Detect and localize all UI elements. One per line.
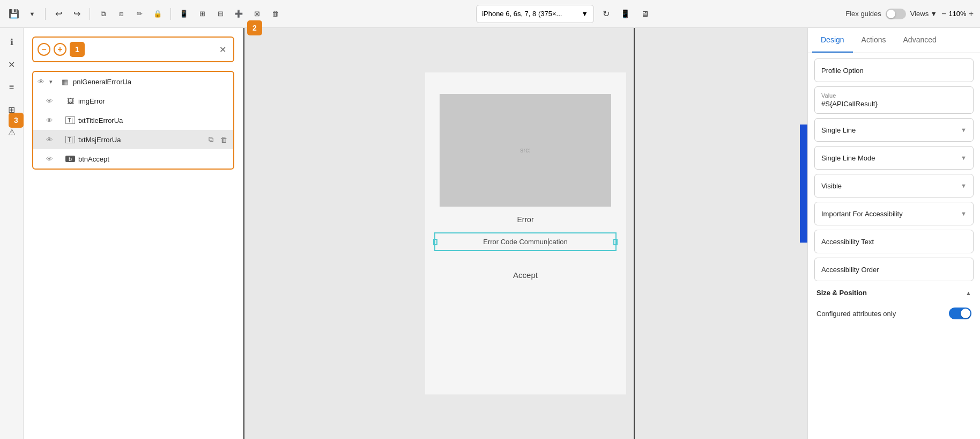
- visible-chevron: ▼: [961, 182, 967, 189]
- configured-attributes-knob: [961, 309, 970, 318]
- resize-handle-right[interactable]: [613, 239, 618, 245]
- delete-button[interactable]: 🗑: [268, 6, 283, 21]
- important-accessibility-chevron: ▼: [961, 210, 967, 217]
- undo-button[interactable]: ↩: [51, 6, 66, 21]
- chevron-pnl[interactable]: ▾: [49, 78, 57, 85]
- delete-item-button[interactable]: 🗑: [218, 134, 229, 145]
- minus-button[interactable]: −: [38, 43, 50, 56]
- eye-icon-img[interactable]: 👁: [46, 97, 55, 105]
- single-line-field[interactable]: Single Line ▼: [814, 118, 974, 142]
- vertical-line-right: [634, 28, 635, 439]
- tree-item-img[interactable]: 👁 🖼 imgError: [33, 91, 233, 111]
- views-chevron: ▼: [930, 10, 937, 18]
- tab-actions[interactable]: Actions: [853, 28, 895, 53]
- configured-attributes-toggle[interactable]: [949, 308, 971, 319]
- sep3: [170, 8, 171, 20]
- save-button[interactable]: 💾: [6, 6, 21, 21]
- redo-button[interactable]: ↪: [69, 6, 84, 21]
- tab-design[interactable]: Design: [812, 28, 853, 53]
- accessibility-text-field[interactable]: Accessibility Text: [814, 230, 974, 253]
- lock-button[interactable]: 🔒: [150, 6, 165, 21]
- toolbar-right: Flex guides Views ▼ − 110% +: [845, 9, 974, 19]
- sep2: [90, 8, 90, 20]
- badge-1: 1: [70, 42, 85, 57]
- save-dropdown-button[interactable]: ▼: [25, 6, 40, 21]
- tree-item-btn[interactable]: 👁 b btnAccept: [33, 149, 233, 169]
- visible-label: Visible: [821, 182, 842, 190]
- sep1: [45, 8, 46, 20]
- tab-advanced[interactable]: Advanced: [895, 28, 945, 53]
- main-layout: ℹ ✕ ≡ ⊞ ⚠ − + 1 ✕ 2: [0, 28, 980, 439]
- profile-option-label: Profile Option: [821, 67, 864, 75]
- info-icon-button[interactable]: ℹ: [3, 33, 20, 50]
- important-accessibility-label: Important For Accessibility: [821, 210, 903, 218]
- tree-item-msg[interactable]: 👁 T| txtMsjErrorUa ⧉ 🗑: [33, 130, 233, 149]
- value-field-label: Value: [821, 92, 836, 99]
- zoom-in-button[interactable]: +: [969, 9, 974, 19]
- item-label-title: txtTitleErrorUa: [78, 116, 229, 125]
- phone-accept-button[interactable]: Accept: [513, 270, 538, 280]
- layer-panel: − + 1 ✕ 2 👁 ▾ ▦ pnlGeneralErr: [24, 28, 243, 439]
- image-src-label: src:: [520, 147, 530, 154]
- flex-guides-knob: [887, 10, 895, 18]
- eye-icon-pnl[interactable]: 👁: [38, 78, 46, 86]
- plus-button[interactable]: +: [54, 43, 66, 56]
- paste-button[interactable]: ⧈: [114, 6, 129, 21]
- copy-item-button[interactable]: ⧉: [205, 134, 216, 145]
- layers-icon-button[interactable]: ≡: [3, 78, 20, 96]
- zoom-out-button[interactable]: −: [941, 9, 946, 19]
- item-icon-title: T|: [65, 116, 75, 124]
- edit-button[interactable]: ✏: [132, 6, 147, 21]
- copy-button[interactable]: ⧉: [95, 6, 110, 21]
- size-position-chevron: ▲: [966, 290, 971, 296]
- important-accessibility-field[interactable]: Important For Accessibility ▼: [814, 202, 974, 225]
- phone-frame: src: Error Error Code Communication Acce…: [425, 72, 626, 394]
- eye-icon-btn[interactable]: 👁: [46, 155, 55, 163]
- refresh-button[interactable]: ↻: [598, 6, 613, 21]
- layout-button[interactable]: ⊠: [249, 6, 264, 21]
- item-icon-btn: b: [65, 156, 75, 162]
- eye-icon-msg[interactable]: 👁: [46, 136, 55, 144]
- device-button[interactable]: 📱: [176, 6, 191, 21]
- phone-icon-button[interactable]: 📱: [618, 6, 633, 21]
- monitor-icon-button[interactable]: 🖥: [637, 6, 652, 21]
- single-line-mode-field[interactable]: Single Line Mode ▼: [814, 146, 974, 170]
- vertical-line-left: [243, 28, 244, 439]
- accessibility-order-label: Accessibility Order: [821, 266, 879, 274]
- flex-guides-toggle[interactable]: [886, 9, 906, 19]
- badge-3: 3: [9, 113, 24, 128]
- add-button[interactable]: ➕: [231, 6, 246, 21]
- phone-image: src:: [440, 94, 611, 207]
- tree-item-pnl[interactable]: 👁 ▾ ▦ pnlGeneralErrorUa: [33, 72, 233, 91]
- left-sidebar: ℹ ✕ ≡ ⊞ ⚠: [0, 28, 24, 439]
- zoom-level: 110%: [948, 10, 966, 18]
- accessibility-order-field[interactable]: Accessibility Order: [814, 258, 974, 281]
- resize-handle-left[interactable]: [433, 239, 437, 245]
- accessibility-text-label: Accessibility Text: [821, 238, 874, 246]
- device-dropdown-icon: ▼: [581, 10, 588, 18]
- size-position-header[interactable]: Size & Position ▲: [814, 286, 974, 300]
- device-select[interactable]: iPhone 6, 6s, 7, 8 (375×... ▼: [476, 5, 594, 23]
- item-label-msg: txtMsjErrorUa: [78, 136, 202, 144]
- text-cursor: [548, 238, 548, 246]
- configured-attributes-label: Configured attributes only: [816, 310, 896, 318]
- toolbar: 💾 ▼ ↩ ↪ ⧉ ⧈ ✏ 🔒 📱 ⊞ ⊟ ➕ ⊠ 🗑 iPhone 6, 6s…: [0, 0, 980, 28]
- visible-field[interactable]: Visible ▼: [814, 174, 974, 197]
- phone-input-field[interactable]: Error Code Communication: [434, 232, 617, 251]
- more-button[interactable]: ⊟: [213, 6, 228, 21]
- close-button[interactable]: ✕: [216, 43, 229, 56]
- value-field[interactable]: Value #S{APICallResult}: [814, 86, 974, 114]
- tree-item-title[interactable]: 👁 T| txtTitleErrorUa: [33, 111, 233, 130]
- views-button[interactable]: Views ▼: [910, 10, 937, 18]
- item-icon-pnl: ▦: [60, 78, 70, 86]
- profile-option-field[interactable]: Profile Option: [814, 58, 974, 82]
- eye-icon-title[interactable]: 👁: [46, 116, 55, 125]
- grid-button[interactable]: ⊞: [195, 6, 210, 21]
- item-actions-msg: ⧉ 🗑: [205, 134, 229, 145]
- configured-attributes-row: Configured attributes only: [814, 304, 974, 323]
- layer-panel-header: − + 1 ✕ 2: [32, 36, 234, 62]
- flex-guides-label: Flex guides: [845, 10, 881, 18]
- cross-icon-button[interactable]: ✕: [3, 56, 20, 73]
- blue-bar: [800, 125, 807, 243]
- single-line-label: Single Line: [821, 126, 856, 134]
